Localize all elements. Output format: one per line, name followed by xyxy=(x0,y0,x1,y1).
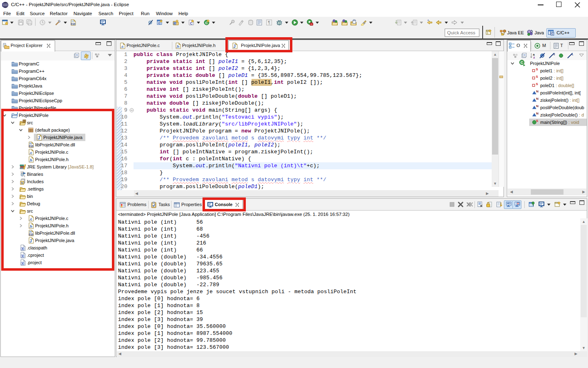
svg-text:N: N xyxy=(536,90,539,93)
svg-text:S: S xyxy=(536,119,539,123)
svg-text:.c: .c xyxy=(120,45,124,49)
svg-text:L: L xyxy=(572,52,573,56)
svg-text:c: c xyxy=(174,22,176,25)
svg-text:N: N xyxy=(536,97,539,101)
svg-text:C: C xyxy=(521,61,523,65)
svg-text:N: N xyxy=(536,104,539,108)
svg-text:C: C xyxy=(551,32,553,35)
svg-text:N: N xyxy=(536,112,539,115)
svg-text:S: S xyxy=(553,52,555,56)
svg-text:¶: ¶ xyxy=(268,20,270,25)
svg-text:010: 010 xyxy=(71,22,76,25)
svg-text:.h: .h xyxy=(176,45,179,49)
svg-text:z: z xyxy=(533,56,535,59)
svg-text:S: S xyxy=(536,75,538,79)
svg-text:S: S xyxy=(536,82,538,86)
svg-text:S: S xyxy=(536,67,538,71)
